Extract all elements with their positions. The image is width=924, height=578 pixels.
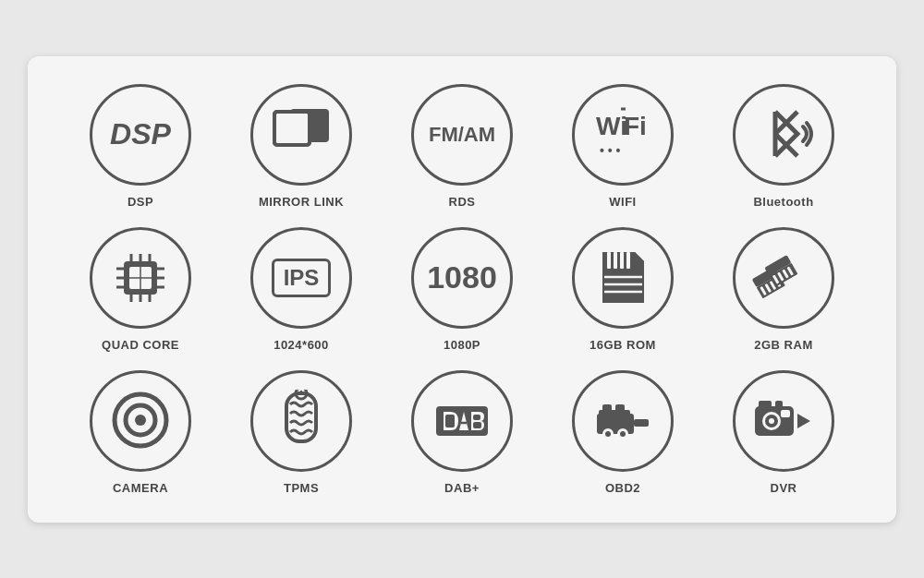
quad-core-circle — [90, 227, 191, 329]
ips-box: IPS — [272, 259, 332, 297]
feature-16gb-rom: 16GB ROM — [547, 227, 699, 352]
ips-circle: IPS — [250, 227, 352, 329]
tpms-circle — [250, 370, 352, 472]
1080p-circle: 1080 — [411, 227, 513, 329]
tpms-icon — [272, 390, 332, 452]
16gb-rom-circle — [572, 227, 674, 329]
feature-mirror-link: MIRROR LINK — [225, 84, 377, 209]
mirror-link-circle — [250, 84, 352, 186]
feature-dvr: DVR — [708, 370, 859, 495]
svg-rect-54 — [473, 422, 481, 428]
bluetooth-circle — [733, 84, 834, 186]
quad-core-label: QUAD CORE — [102, 338, 179, 352]
1080p-icon: 1080 — [427, 259, 497, 295]
1080p-label: 1080P — [444, 338, 480, 352]
obd2-circle — [572, 370, 674, 472]
obd2-icon — [590, 390, 656, 452]
feature-tpms: TPMS — [225, 370, 377, 495]
svg-rect-69 — [775, 401, 783, 408]
quad-core-icon — [107, 245, 174, 311]
svg-rect-68 — [759, 401, 772, 408]
camera-label: CAMERA — [113, 481, 168, 495]
ram-icon — [750, 252, 817, 303]
dvr-circle — [733, 370, 834, 472]
feature-ips: IPS 1024*600 — [225, 227, 377, 352]
svg-rect-27 — [626, 252, 630, 269]
feature-1080p: 1080 1080P — [386, 227, 538, 352]
dab-circle — [411, 370, 513, 472]
ips-label: 1024*600 — [274, 338, 329, 352]
svg-text:Wi: Wi — [596, 112, 627, 140]
camera-icon — [111, 391, 171, 451]
svg-point-45 — [135, 415, 146, 426]
rds-icon: FM/AM — [429, 123, 495, 147]
feature-obd2: OBD2 — [547, 370, 699, 495]
2gb-ram-circle — [733, 227, 834, 329]
svg-point-61 — [605, 431, 611, 437]
svg-text:Fi: Fi — [624, 112, 647, 140]
feature-camera: CAMERA — [65, 370, 216, 495]
svg-rect-56 — [634, 419, 649, 427]
wifi-label: WIFI — [609, 195, 636, 209]
dab-label: DAB+ — [444, 481, 480, 495]
feature-dsp: DSP DSP — [65, 84, 216, 209]
camera-circle — [90, 370, 191, 472]
feature-bluetooth: Bluetooth — [708, 84, 859, 209]
mirror-link-icon — [272, 109, 332, 160]
sd-card-icon — [593, 247, 653, 307]
obd2-label: OBD2 — [605, 481, 640, 495]
ips-icon: IPS — [284, 265, 320, 291]
feature-grid: DSP DSP MIRROR LINK FM/AM RDS — [65, 84, 859, 495]
svg-rect-24 — [607, 252, 611, 269]
dsp-circle: DSP — [90, 84, 191, 186]
16gb-rom-label: 16GB ROM — [590, 338, 656, 352]
svg-rect-50 — [445, 415, 455, 427]
feature-rds: FM/AM RDS — [386, 84, 538, 209]
svg-rect-1 — [274, 112, 310, 145]
wifi-circle: Wi Fi • • • — [572, 84, 674, 186]
svg-text:• • •: • • • — [600, 143, 621, 158]
svg-rect-53 — [473, 415, 480, 420]
mirror-link-label: MIRROR LINK — [259, 195, 344, 209]
svg-marker-71 — [797, 414, 810, 428]
dab-icon — [429, 393, 495, 449]
svg-rect-26 — [620, 252, 624, 269]
svg-point-63 — [620, 431, 626, 437]
tpms-label: TPMS — [284, 481, 319, 495]
svg-point-67 — [769, 418, 774, 424]
bluetooth-label: Bluetooth — [753, 195, 813, 209]
svg-rect-59 — [599, 410, 630, 415]
2gb-ram-label: 2GB RAM — [754, 338, 812, 352]
dvr-label: DVR — [771, 481, 797, 495]
dsp-label: DSP — [128, 195, 153, 209]
feature-quad-core: QUAD CORE — [65, 227, 216, 352]
svg-rect-25 — [614, 252, 617, 269]
wifi-icon: Wi Fi • • • — [589, 107, 658, 163]
svg-rect-55 — [597, 414, 634, 434]
rds-circle: FM/AM — [411, 84, 513, 186]
feature-card: DSP DSP MIRROR LINK FM/AM RDS — [28, 56, 896, 523]
feature-dab: DAB+ — [386, 370, 538, 495]
bluetooth-icon — [749, 104, 819, 164]
rds-label: RDS — [449, 195, 476, 209]
feature-2gb-ram: 2GB RAM — [708, 227, 859, 352]
svg-rect-70 — [781, 410, 790, 417]
dvr-icon — [749, 393, 819, 449]
feature-wifi: Wi Fi • • • WIFI — [547, 84, 699, 209]
dsp-icon: DSP — [110, 117, 171, 151]
